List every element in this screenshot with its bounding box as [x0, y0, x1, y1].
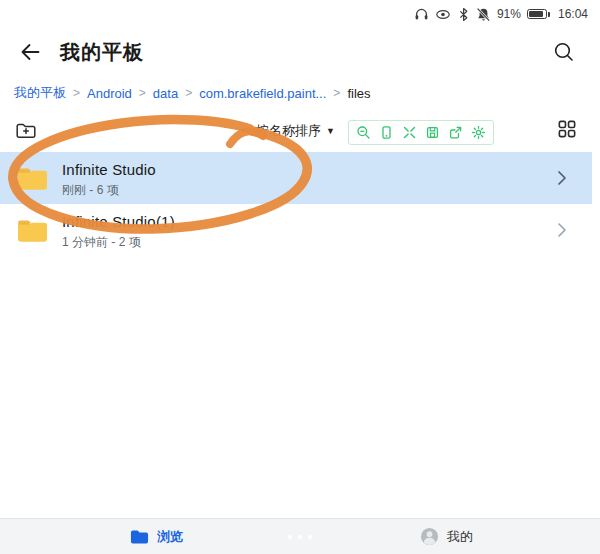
- tab-mine-label: 我的: [447, 528, 473, 546]
- sort-caret-icon: ▼: [326, 126, 335, 136]
- settings-icon[interactable]: [469, 123, 488, 142]
- status-time: 16:04: [558, 7, 588, 21]
- file-list: Infinite Studio 刚刚 - 6 项 Infinite Studio…: [0, 152, 600, 256]
- bluetooth-icon: [457, 7, 470, 22]
- nav-dots-indicator: [288, 535, 312, 539]
- back-arrow-icon: [18, 40, 42, 64]
- tab-browse-label: 浏览: [157, 528, 183, 546]
- file-row-text: Infinite Studio 刚刚 - 6 项: [62, 161, 156, 199]
- grid-view-icon: [556, 118, 578, 140]
- header: 我的平板: [0, 30, 600, 74]
- page-title: 我的平板: [60, 39, 144, 66]
- floating-toolbar: [348, 120, 494, 145]
- file-meta: 刚刚 - 6 项: [62, 182, 156, 199]
- fullscreen-icon[interactable]: [400, 123, 419, 142]
- breadcrumb-separator: >: [333, 86, 340, 100]
- device-icon[interactable]: [377, 123, 396, 142]
- browse-folder-icon: [130, 529, 149, 545]
- breadcrumb-separator: >: [73, 86, 80, 100]
- headset-icon: [414, 7, 429, 22]
- folder-icon: [16, 216, 49, 248]
- breadcrumb-item-root[interactable]: 我的平板: [14, 84, 66, 102]
- battery-icon: [527, 9, 550, 19]
- mine-avatar-icon: [420, 527, 439, 546]
- breadcrumb-separator: >: [185, 86, 192, 100]
- status-bar: 91% 16:04: [0, 0, 600, 28]
- file-row-infinite-studio[interactable]: Infinite Studio 刚刚 - 6 项: [0, 152, 592, 204]
- share-icon[interactable]: [446, 123, 465, 142]
- zoom-icon[interactable]: [354, 123, 373, 142]
- notifications-off-icon: [476, 7, 491, 22]
- new-folder-button[interactable]: [14, 118, 38, 145]
- new-folder-icon: [14, 118, 38, 141]
- search-button[interactable]: [550, 38, 578, 66]
- folder-icon: [16, 164, 49, 196]
- battery-percent: 91%: [497, 7, 521, 21]
- sort-button[interactable]: 按名称排序 ▼: [256, 122, 335, 140]
- breadcrumb: 我的平板 > Android > data > com.brakefield.p…: [14, 82, 590, 104]
- eye-comfort-icon: [435, 7, 451, 22]
- toolbar: 按名称排序 ▼: [0, 112, 600, 150]
- file-manager-screen: 91% 16:04 我的平板 我的平板 > Android > data > c…: [0, 0, 600, 554]
- breadcrumb-item-android[interactable]: Android: [87, 86, 132, 101]
- file-name: Infinite Studio(1): [62, 213, 175, 230]
- tab-mine[interactable]: 我的: [420, 527, 473, 546]
- sort-label: 按名称排序: [256, 122, 321, 140]
- file-meta: 1 分钟前 - 2 项: [62, 234, 175, 251]
- search-icon: [553, 41, 575, 63]
- breadcrumb-item-data[interactable]: data: [153, 86, 178, 101]
- save-icon[interactable]: [423, 123, 442, 142]
- tab-browse[interactable]: 浏览: [130, 528, 183, 546]
- breadcrumb-separator: >: [139, 86, 146, 100]
- chevron-right-icon: [556, 220, 568, 244]
- file-name: Infinite Studio: [62, 161, 156, 178]
- breadcrumb-item-package[interactable]: com.brakefield.paint...: [199, 86, 326, 101]
- bottom-tab-bar: 浏览 我的: [0, 518, 600, 554]
- back-button[interactable]: [16, 38, 44, 66]
- breadcrumb-item-files: files: [347, 86, 370, 101]
- grid-view-button[interactable]: [556, 118, 578, 144]
- file-row-infinite-studio-1[interactable]: Infinite Studio(1) 1 分钟前 - 2 项: [0, 204, 592, 256]
- file-row-text: Infinite Studio(1) 1 分钟前 - 2 项: [62, 213, 175, 251]
- chevron-right-icon: [556, 168, 568, 192]
